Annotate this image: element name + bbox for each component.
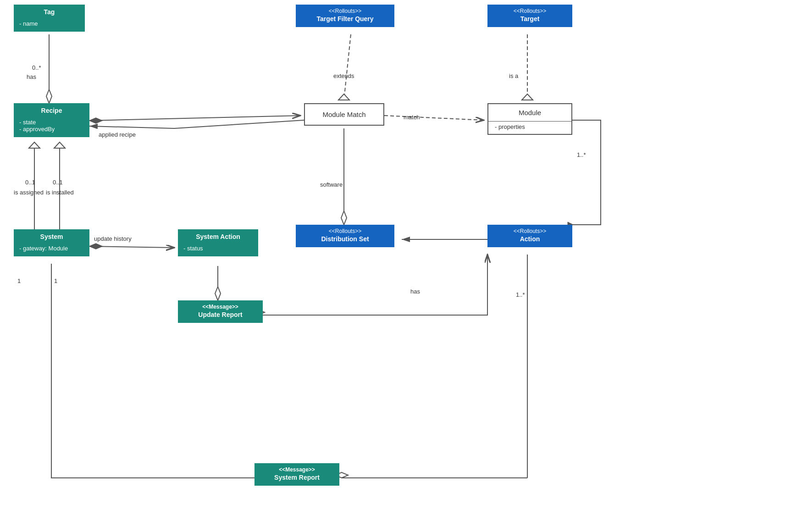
recipe-attr-state: - state bbox=[19, 119, 84, 126]
svg-marker-16 bbox=[89, 244, 102, 249]
update-report-title: Update Report bbox=[179, 310, 262, 322]
distribution-set-title: Distribution Set bbox=[297, 234, 393, 246]
update-report-box: <<Message>> Update Report bbox=[178, 300, 263, 323]
module-box: Module - properties bbox=[487, 103, 572, 135]
target-box: <<Rollouts>> Target bbox=[487, 5, 572, 27]
target-filter-query-title: Target Filter Query bbox=[297, 14, 393, 26]
system-title: System bbox=[15, 230, 89, 243]
label-1star-action: 1..* bbox=[516, 291, 525, 298]
label-01-right: 0..1 bbox=[53, 179, 63, 186]
module-attr-properties: - properties bbox=[495, 123, 565, 130]
system-attributes: - gateway: Module bbox=[15, 243, 89, 255]
target-stereotype: <<Rollouts>> bbox=[488, 6, 571, 14]
label-has: has bbox=[27, 73, 36, 80]
svg-marker-12 bbox=[29, 142, 40, 148]
diagram-container: Module (dashed) --> bbox=[0, 0, 808, 532]
recipe-title: Recipe bbox=[15, 104, 89, 117]
recipe-box: Recipe - state - approvedBy bbox=[14, 103, 89, 137]
recipe-attr-approvedby: - approvedBy bbox=[19, 126, 84, 133]
label-0star: 0..* bbox=[32, 64, 41, 71]
svg-line-7 bbox=[344, 34, 351, 100]
distribution-set-stereotype: <<Rollouts>> bbox=[297, 226, 393, 234]
label-1star-module: 1..* bbox=[577, 151, 586, 158]
system-action-attributes: - status bbox=[179, 243, 257, 255]
label-is-installed: is installed bbox=[46, 189, 74, 196]
label-applied-recipe: applied recipe bbox=[99, 131, 136, 138]
action-stereotype: <<Rollouts>> bbox=[488, 226, 571, 234]
module-title: Module bbox=[488, 104, 571, 121]
target-filter-query-box: <<Rollouts>> Target Filter Query bbox=[296, 5, 394, 27]
distribution-set-box: <<Rollouts>> Distribution Set bbox=[296, 225, 394, 247]
system-box: System - gateway: Module bbox=[14, 229, 89, 256]
svg-marker-18 bbox=[215, 287, 221, 300]
system-action-title: System Action bbox=[179, 230, 257, 243]
system-report-stereotype: <<Message>> bbox=[255, 464, 338, 473]
tag-attributes: - name bbox=[15, 18, 84, 31]
tag-title: Tag bbox=[15, 6, 84, 18]
module-attributes: - properties bbox=[488, 121, 571, 134]
label-is-a: is a bbox=[509, 72, 518, 79]
arrows-svg: Module (dashed) --> bbox=[0, 0, 808, 532]
svg-line-2 bbox=[89, 116, 300, 121]
system-report-box: <<Message>> System Report bbox=[255, 463, 339, 486]
tag-attr-name: - name bbox=[19, 20, 79, 27]
system-report-title: System Report bbox=[255, 473, 338, 485]
label-has-action: has bbox=[410, 288, 420, 295]
svg-marker-3 bbox=[89, 118, 102, 123]
svg-marker-5 bbox=[341, 211, 347, 225]
label-1-right: 1 bbox=[54, 277, 57, 284]
svg-marker-1 bbox=[46, 89, 52, 103]
system-action-box: System Action - status bbox=[178, 229, 258, 256]
label-is-assigned: is assigned bbox=[14, 189, 44, 196]
target-title: Target bbox=[488, 14, 571, 26]
label-update-history: update history bbox=[94, 235, 132, 242]
svg-line-6 bbox=[384, 116, 484, 120]
label-01-left: 0..1 bbox=[25, 179, 35, 186]
module-match-box: Module Match bbox=[304, 103, 384, 126]
action-title: Action bbox=[488, 234, 571, 246]
svg-marker-14 bbox=[54, 142, 65, 148]
label-extends: extends bbox=[333, 72, 354, 79]
tag-box: Tag - name bbox=[14, 5, 85, 32]
svg-line-15 bbox=[89, 246, 174, 248]
label-1-left: 1 bbox=[17, 277, 21, 284]
system-attr-gateway: - gateway: Module bbox=[19, 245, 84, 252]
label-match: match bbox=[404, 114, 420, 121]
label-software: software bbox=[320, 181, 343, 188]
module-match-title: Module Match bbox=[305, 104, 383, 125]
system-action-attr-status: - status bbox=[183, 245, 253, 252]
recipe-attributes: - state - approvedBy bbox=[15, 117, 89, 136]
action-box: <<Rollouts>> Action bbox=[487, 225, 572, 247]
update-report-stereotype: <<Message>> bbox=[179, 301, 262, 310]
target-filter-query-stereotype: <<Rollouts>> bbox=[297, 6, 393, 14]
svg-marker-8 bbox=[338, 94, 349, 100]
svg-marker-10 bbox=[522, 94, 533, 100]
